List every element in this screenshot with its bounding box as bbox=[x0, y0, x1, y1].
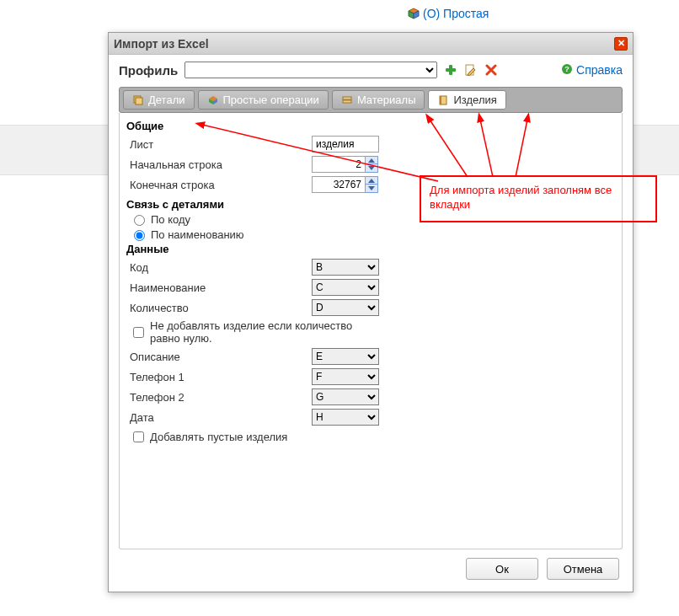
qty-select[interactable]: D bbox=[312, 299, 379, 316]
date-select[interactable]: H bbox=[312, 409, 379, 426]
dialog-buttons: Ок Отмена bbox=[119, 549, 623, 581]
code-label: Код bbox=[126, 261, 312, 274]
top-nav-label: (О) Простая bbox=[423, 7, 489, 20]
help-label: Справка bbox=[576, 63, 623, 77]
svg-rect-14 bbox=[343, 100, 351, 103]
profile-select[interactable] bbox=[184, 62, 437, 78]
dialog-title: Импорт из Excel bbox=[114, 37, 209, 51]
start-row-input[interactable] bbox=[312, 156, 366, 173]
tab-details[interactable]: Детали bbox=[123, 90, 195, 110]
dialog-titlebar: Импорт из Excel ✕ bbox=[109, 33, 633, 55]
spin-up-icon[interactable] bbox=[366, 157, 377, 164]
profile-label: Профиль bbox=[119, 63, 178, 78]
end-row-label: Конечная строка bbox=[126, 179, 312, 191]
by-name-radio[interactable] bbox=[134, 230, 145, 241]
annotation-callout: Для импорта изделий заполням все вкладки bbox=[420, 175, 657, 222]
desc-select[interactable]: E bbox=[312, 348, 379, 365]
tab-operations[interactable]: Простые операции bbox=[198, 90, 329, 110]
sheet-input[interactable] bbox=[312, 136, 379, 153]
section-common: Общие bbox=[126, 120, 615, 132]
tab-label: Изделия bbox=[453, 94, 496, 106]
svg-rect-13 bbox=[343, 97, 351, 99]
add-empty-label: Добавлять пустые изделия bbox=[150, 431, 287, 443]
tab-products[interactable]: Изделия bbox=[428, 90, 505, 110]
annotation-text: Для импорта изделий заполням все вкладки bbox=[430, 184, 612, 211]
phone2-select[interactable]: G bbox=[312, 388, 379, 405]
add-empty-checkbox[interactable] bbox=[133, 431, 144, 442]
svg-marker-19 bbox=[368, 179, 375, 183]
svg-text:?: ? bbox=[564, 65, 569, 73]
sheet-label: Лист bbox=[126, 138, 312, 151]
ok-button[interactable]: Ок bbox=[466, 558, 538, 580]
spin-down-icon[interactable] bbox=[366, 164, 377, 172]
import-dialog: Импорт из Excel ✕ Профиль ? Справка bbox=[108, 32, 634, 592]
name-select[interactable]: C bbox=[312, 279, 379, 296]
phone2-label: Телефон 2 bbox=[126, 391, 312, 404]
skip-zero-checkbox[interactable] bbox=[133, 327, 144, 338]
edit-icon[interactable] bbox=[464, 63, 478, 77]
cube-small-icon bbox=[207, 94, 219, 106]
phone1-select[interactable]: F bbox=[312, 368, 379, 385]
svg-rect-4 bbox=[446, 68, 456, 72]
section-data: Данные bbox=[126, 243, 615, 255]
svg-marker-20 bbox=[368, 186, 375, 190]
code-select[interactable]: B bbox=[312, 259, 379, 276]
by-code-label: По коду bbox=[151, 213, 190, 226]
spin-down-icon[interactable] bbox=[366, 185, 377, 192]
help-link[interactable]: ? Справка bbox=[561, 63, 623, 78]
delete-icon[interactable] bbox=[484, 63, 498, 77]
tab-materials[interactable]: Материалы bbox=[332, 90, 425, 110]
phone1-label: Телефон 1 bbox=[126, 371, 312, 383]
tab-label: Детали bbox=[148, 94, 185, 106]
add-icon[interactable] bbox=[444, 63, 457, 77]
svg-marker-17 bbox=[368, 158, 375, 163]
book-icon bbox=[437, 94, 449, 106]
close-icon[interactable]: ✕ bbox=[614, 37, 628, 51]
svg-rect-9 bbox=[136, 98, 142, 104]
skip-zero-label: Не добавлять изделие если количество рав… bbox=[150, 319, 369, 345]
by-name-label: По наименованию bbox=[151, 228, 244, 241]
end-row-input[interactable] bbox=[312, 176, 366, 193]
tabs-bar: Детали Простые операции Материалы Издели… bbox=[119, 87, 623, 113]
tab-label: Материалы bbox=[357, 94, 416, 106]
qty-label: Количество bbox=[126, 302, 312, 314]
tab-label: Простые операции bbox=[223, 94, 319, 106]
spin-up-icon[interactable] bbox=[366, 177, 377, 185]
svg-marker-18 bbox=[368, 166, 375, 170]
by-code-radio[interactable] bbox=[134, 215, 145, 226]
top-nav-link[interactable]: (О) Простая bbox=[408, 7, 489, 20]
sheets-icon bbox=[341, 94, 353, 106]
name-label: Наименование bbox=[126, 281, 312, 294]
help-icon: ? bbox=[561, 63, 573, 78]
stack-icon bbox=[132, 94, 144, 106]
cube-icon bbox=[408, 8, 420, 19]
cancel-button[interactable]: Отмена bbox=[547, 558, 619, 580]
desc-label: Описание bbox=[126, 351, 312, 363]
start-row-label: Начальная строка bbox=[126, 158, 312, 171]
svg-rect-16 bbox=[440, 96, 441, 104]
date-label: Дата bbox=[126, 411, 312, 424]
